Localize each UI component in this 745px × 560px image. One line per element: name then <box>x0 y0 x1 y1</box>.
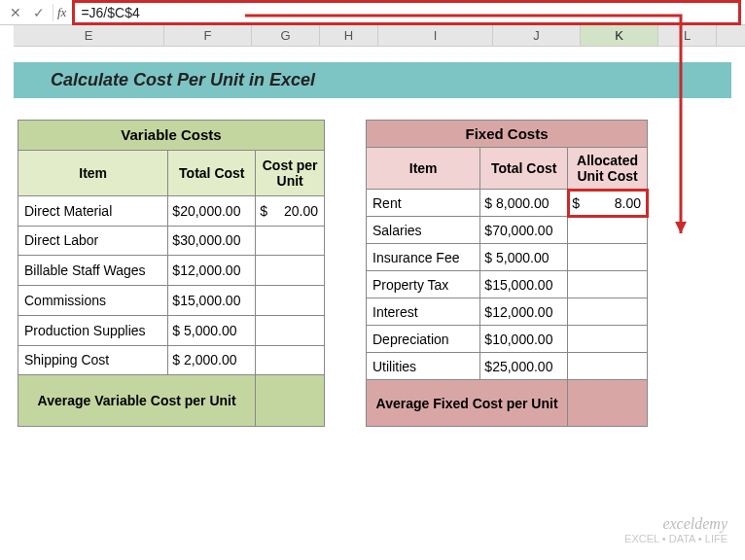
cell-auc[interactable] <box>568 217 648 244</box>
table-row: Direct Material $20,000.00 $20.00 <box>18 195 325 226</box>
cell-total[interactable]: $ 8,000.00 <box>480 190 568 217</box>
variable-costs-table: Variable Costs Item Total Cost Cost per … <box>18 120 325 427</box>
fixed-heading: Fixed Costs <box>367 121 648 148</box>
col-header-F[interactable]: F <box>164 25 252 46</box>
cell-cpu[interactable] <box>256 256 325 286</box>
variable-footer-value[interactable] <box>256 375 325 427</box>
table-row: Shipping Cost $ 2,000.00 <box>18 345 325 375</box>
divider <box>53 4 53 21</box>
table-row: Salaries $70,000.00 <box>367 217 648 244</box>
fix-col-total: Total Cost <box>480 148 568 190</box>
fix-col-auc: Allocated Unit Cost <box>568 148 648 190</box>
col-header-L[interactable]: L <box>658 25 717 46</box>
cell-total[interactable]: $15,000.00 <box>168 286 256 316</box>
table-row: Utilities $25,000.00 <box>367 353 648 380</box>
table-row: Commissions $15,000.00 <box>18 286 325 316</box>
variable-heading: Variable Costs <box>18 121 325 151</box>
cell-cpu[interactable] <box>256 286 325 316</box>
cell-total[interactable]: $15,000.00 <box>480 271 568 298</box>
cell-total[interactable]: $ 5,000.00 <box>168 315 256 345</box>
table-row: Interest $12,000.00 <box>367 298 648 326</box>
cell-auc[interactable] <box>568 298 648 326</box>
watermark: exceldemy EXCEL • DATA • LIFE <box>624 515 727 544</box>
cell-total[interactable]: $30,000.00 <box>168 226 256 256</box>
col-header-E[interactable]: E <box>14 25 164 46</box>
fix-col-item: Item <box>367 148 480 190</box>
cell-total[interactable]: $12,000.00 <box>480 298 568 326</box>
table-row: Direct Labor $30,000.00 <box>18 226 325 256</box>
cell-item[interactable]: Depreciation <box>367 326 480 353</box>
cell-cpu[interactable]: $20.00 <box>256 195 325 226</box>
col-header-K[interactable]: K <box>581 25 658 46</box>
cell-item[interactable]: Direct Material <box>18 195 168 226</box>
cell-item[interactable]: Insurance Fee <box>367 244 480 271</box>
cell-total[interactable]: $ 2,000.00 <box>168 345 256 375</box>
cell-auc[interactable] <box>568 326 648 353</box>
page-title: Calculate Cost Per Unit in Excel <box>14 62 731 98</box>
col-header-H[interactable]: H <box>320 25 378 46</box>
cell-item[interactable]: Production Supplies <box>18 315 168 345</box>
cell-total[interactable]: $20,000.00 <box>168 195 256 226</box>
table-row: Rent $ 8,000.00 $8.00 <box>367 190 648 217</box>
fixed-footer: Average Fixed Cost per Unit <box>367 380 568 427</box>
cell-item[interactable]: Shipping Cost <box>18 345 168 375</box>
column-headers: E F G H I J K L <box>14 25 745 47</box>
fixed-footer-value[interactable] <box>568 380 648 427</box>
table-row: Property Tax $15,000.00 <box>367 271 648 298</box>
cancel-icon[interactable]: ✕ <box>4 2 27 23</box>
table-row: Depreciation $10,000.00 <box>367 326 648 353</box>
cell-item[interactable]: Rent <box>367 190 480 217</box>
cell-item[interactable]: Commissions <box>18 286 168 316</box>
formula-bar: ✕ ✓ fx =J6/$C$4 <box>0 0 745 25</box>
cell-item[interactable]: Salaries <box>367 217 480 244</box>
table-row: Billable Staff Wages $12,000.00 <box>18 256 325 286</box>
cell-total[interactable]: $25,000.00 <box>480 353 568 380</box>
var-col-item: Item <box>18 150 168 195</box>
cell-item[interactable]: Direct Labor <box>18 226 168 256</box>
cell-item[interactable]: Utilities <box>367 353 480 380</box>
cell-auc[interactable] <box>568 271 648 298</box>
cell-item[interactable]: Billable Staff Wages <box>18 256 168 286</box>
cell-auc-active[interactable]: $8.00 <box>568 190 648 217</box>
cell-cpu[interactable] <box>256 226 325 256</box>
cell-item[interactable]: Interest <box>367 298 480 326</box>
var-col-cpu: Cost per Unit <box>256 150 325 195</box>
enter-icon[interactable]: ✓ <box>27 2 51 23</box>
watermark-tag: EXCEL • DATA • LIFE <box>624 533 727 544</box>
table-row: Production Supplies $ 5,000.00 <box>18 315 325 345</box>
col-header-I[interactable]: I <box>378 25 493 46</box>
var-col-total: Total Cost <box>168 150 256 195</box>
cell-total[interactable]: $10,000.00 <box>480 326 568 353</box>
fx-icon[interactable]: fx <box>57 5 66 20</box>
table-row: Insurance Fee $ 5,000.00 <box>367 244 648 271</box>
cell-item[interactable]: Property Tax <box>367 271 480 298</box>
cell-total[interactable]: $ 5,000.00 <box>480 244 568 271</box>
col-header-G[interactable]: G <box>252 25 320 46</box>
fixed-costs-table: Fixed Costs Item Total Cost Allocated Un… <box>366 120 648 427</box>
cell-auc[interactable] <box>568 244 648 271</box>
cell-cpu[interactable] <box>256 315 325 345</box>
cell-cpu[interactable] <box>256 345 325 375</box>
formula-input[interactable]: =J6/$C$4 <box>72 0 741 25</box>
cell-auc[interactable] <box>568 353 648 380</box>
variable-footer: Average Variable Cost per Unit <box>18 375 256 427</box>
cell-total[interactable]: $70,000.00 <box>480 217 568 244</box>
cell-total[interactable]: $12,000.00 <box>168 256 256 286</box>
col-header-J[interactable]: J <box>493 25 581 46</box>
watermark-brand: exceldemy <box>624 515 727 533</box>
